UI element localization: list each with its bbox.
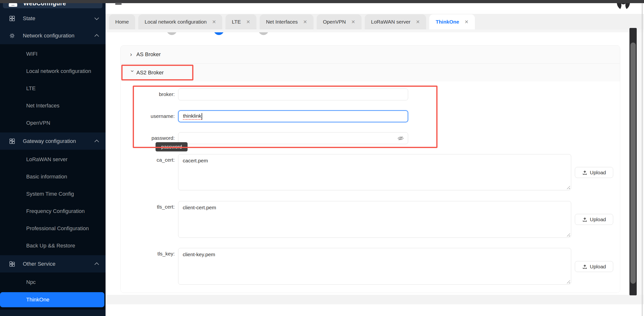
- tls-cert-label: tls_cert:: [124, 204, 175, 210]
- resize-handle[interactable]: [566, 186, 570, 189]
- tab-label: Home: [115, 19, 129, 25]
- close-icon[interactable]: ✕: [464, 19, 468, 25]
- close-icon[interactable]: ✕: [416, 19, 420, 25]
- tls-key-upload-button[interactable]: Upload: [575, 261, 613, 272]
- logo-dots-icon: ...: [9, 3, 17, 7]
- sidebar-group-other-service[interactable]: Other Service: [0, 255, 106, 272]
- blocks-icon: [9, 261, 15, 267]
- sidebar-item-backup-restore[interactable]: Back Up && Restore: [0, 237, 106, 254]
- sidebar-group-state[interactable]: State: [0, 10, 106, 27]
- sidebar-submenu-network: WIFI Local network configuration LTE Net…: [0, 44, 106, 132]
- tls-key-textarea[interactable]: client-key.pem: [178, 248, 571, 285]
- header-bar: [106, 3, 644, 14]
- sidebar-collapse-icon[interactable]: [115, 4, 122, 5]
- chevron-up-icon: [94, 139, 99, 144]
- close-icon[interactable]: ✕: [246, 19, 250, 25]
- upload-icon: [582, 264, 588, 269]
- tab-label: LoRaWAN server: [371, 19, 410, 25]
- page-bottom-band: [106, 295, 644, 304]
- window-top-strip: [0, 0, 644, 3]
- tab-home[interactable]: Home: [109, 14, 135, 29]
- tls-key-label: tls_key:: [124, 251, 175, 257]
- sidebar-group-gateway-configuration[interactable]: Gateway configuration: [0, 132, 106, 150]
- tab-bar-underlay: [106, 29, 644, 32]
- ca-cert-upload-button[interactable]: Upload: [575, 167, 613, 178]
- sidebar-item-net-interfaces[interactable]: Net Interfaces: [0, 97, 106, 114]
- tab-label: LTE: [232, 19, 241, 25]
- chevron-down-icon: [94, 16, 99, 20]
- sidebar-group-network-configuration[interactable]: Network configuration: [0, 27, 106, 44]
- chevron-right-icon: ›: [130, 51, 136, 58]
- tab-openvpn[interactable]: OpenVPN ✕: [317, 14, 362, 29]
- broker-collapse: › AS Broker › AS2 Broker broker: usernam…: [120, 45, 620, 293]
- app-title: WebConfigure: [23, 3, 66, 7]
- annotation-box-as2-broker: [121, 65, 194, 80]
- annotation-box-credentials: [133, 86, 438, 148]
- tab-label: Local network configuration: [144, 19, 207, 25]
- sidebar-group-label: Other Service: [23, 261, 95, 267]
- tab-local-network-configuration[interactable]: Local network configuration ✕: [138, 14, 222, 29]
- sidebar-submenu-other-service: Npc ThinkOne: [0, 272, 106, 310]
- upload-icon: [582, 170, 588, 175]
- collapse-title: AS Broker: [136, 51, 161, 58]
- tls-cert-upload-button[interactable]: Upload: [575, 214, 613, 225]
- collapse-header-as2-broker[interactable]: › AS2 Broker: [120, 64, 620, 82]
- step-indicator-active: [214, 32, 224, 35]
- sidebar-item-wifi[interactable]: WIFI: [0, 45, 106, 62]
- scrollbar-thumb[interactable]: [630, 43, 636, 284]
- chevron-up-icon: [94, 262, 99, 267]
- app-window: ... WebConfigure State Network configura…: [0, 0, 644, 316]
- sidebar-item-lorawan-server[interactable]: LoRaWAN server: [0, 151, 106, 168]
- close-icon[interactable]: ✕: [303, 19, 307, 25]
- tab-label: Net Interfaces: [266, 19, 298, 25]
- resize-handle[interactable]: [566, 280, 570, 283]
- sidebar-item-openvpn[interactable]: OpenVPN: [0, 114, 106, 131]
- ca-cert-textarea[interactable]: cacert.pem: [178, 154, 571, 190]
- close-icon[interactable]: ✕: [351, 19, 355, 25]
- sidebar-item-npc[interactable]: Npc: [0, 273, 106, 291]
- tab-bar: Home Local network configuration ✕ LTE ✕…: [106, 14, 644, 29]
- mascot-cat-icon[interactable]: [615, 3, 632, 11]
- sidebar: ... WebConfigure State Network configura…: [0, 3, 106, 316]
- grid-icon: [9, 138, 15, 144]
- tab-label: OpenVPN: [323, 19, 346, 25]
- tab-lorawan-server[interactable]: LoRaWAN server ✕: [365, 14, 426, 29]
- sidebar-item-thinkone[interactable]: ThinkOne: [0, 292, 104, 307]
- scrollbar-track[interactable]: [630, 28, 637, 295]
- ca-cert-label: ca_cert:: [124, 157, 175, 163]
- window-bottom-band: [106, 304, 644, 316]
- tab-label: ThinkOne: [436, 19, 459, 25]
- step-indicator: [167, 32, 177, 35]
- gear-icon: [9, 33, 15, 39]
- sidebar-group-label: State: [23, 15, 95, 22]
- appstore-icon: [9, 16, 15, 21]
- close-icon[interactable]: ✕: [212, 19, 216, 25]
- chevron-up-icon: [94, 34, 99, 38]
- logo-bar: ... WebConfigure: [3, 3, 102, 8]
- tab-lte[interactable]: LTE ✕: [226, 14, 256, 29]
- collapse-header-as-broker[interactable]: › AS Broker: [120, 46, 620, 64]
- sidebar-item-professional-configuration[interactable]: Professional Configuration: [0, 220, 106, 237]
- sidebar-item-system-time-config[interactable]: System Time Config: [0, 185, 106, 203]
- tab-net-interfaces[interactable]: Net Interfaces ✕: [260, 14, 314, 29]
- sidebar-item-local-network-configuration[interactable]: Local network configuration: [0, 62, 106, 80]
- upload-icon: [582, 217, 588, 222]
- sidebar-group-label: Network configuration: [23, 33, 95, 39]
- sidebar-item-lte[interactable]: LTE: [0, 80, 106, 97]
- tab-thinkone[interactable]: ThinkOne ✕: [429, 14, 475, 29]
- step-indicator: [258, 32, 268, 35]
- sidebar-item-basic-information[interactable]: Basic information: [0, 168, 106, 185]
- window-right-margin: [637, 3, 644, 316]
- resize-handle[interactable]: [566, 233, 570, 237]
- sidebar-submenu-gateway: LoRaWAN server Basic information System …: [0, 150, 106, 255]
- window-edge-line: [642, 3, 642, 316]
- tls-cert-textarea[interactable]: client-cert.pem: [178, 201, 571, 238]
- sidebar-item-frequency-configuration[interactable]: Frequency Configuration: [0, 203, 106, 220]
- sidebar-group-label: Gateway configuration: [23, 138, 95, 144]
